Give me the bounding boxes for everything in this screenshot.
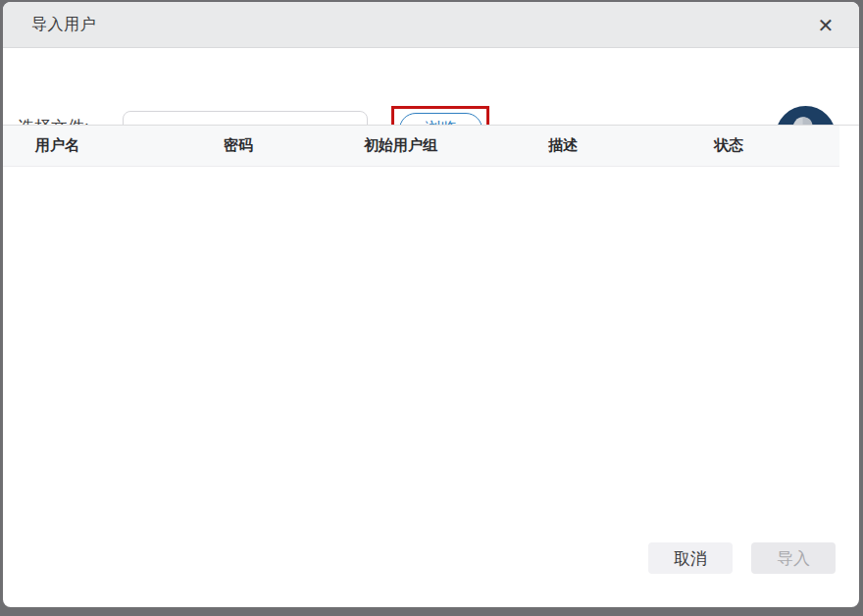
table-body-empty bbox=[3, 168, 859, 539]
import-users-dialog: 导入用户 ✕ 选择文件: 浏览 bbox=[1, 0, 861, 609]
column-header-password: 密码 bbox=[224, 136, 364, 155]
column-header-username: 用户名 bbox=[3, 136, 224, 155]
dialog-title: 导入用户 bbox=[31, 15, 96, 35]
dialog-titlebar: 导入用户 bbox=[3, 2, 859, 48]
column-header-initial-group: 初始用户组 bbox=[364, 136, 548, 155]
column-header-description: 描述 bbox=[548, 136, 714, 155]
import-button[interactable]: 导入 bbox=[751, 542, 836, 574]
table-header-row: 用户名 密码 初始用户组 描述 状态 bbox=[3, 126, 839, 167]
close-icon[interactable]: ✕ bbox=[812, 12, 839, 39]
file-select-row: 选择文件: 浏览 bbox=[3, 48, 859, 125]
column-header-status: 状态 bbox=[714, 136, 839, 155]
footer-actions: 取消 导入 bbox=[648, 542, 836, 574]
cancel-button[interactable]: 取消 bbox=[648, 542, 733, 574]
